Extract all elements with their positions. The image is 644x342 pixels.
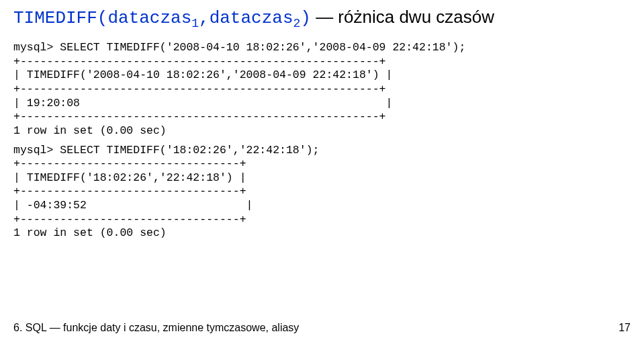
func-subscript-2: 2 xyxy=(293,17,301,30)
separator-line: +---------------------------------------… xyxy=(13,55,386,68)
func-subscript-1: 1 xyxy=(191,17,199,30)
result-value: | -04:39:52 | xyxy=(13,199,252,212)
query-line: mysql> SELECT TIMEDIFF('2008-04-10 18:02… xyxy=(13,41,465,54)
func-signature-suffix: ) xyxy=(300,8,311,28)
footer-text: 6. SQL — funkcje daty i czasu, zmienne t… xyxy=(13,322,299,333)
separator-line: +---------------------------------------… xyxy=(13,110,386,123)
func-description: — różnica dwu czasów xyxy=(311,7,494,27)
terminal-block-1: mysql> SELECT TIMEDIFF('2008-04-10 18:02… xyxy=(13,41,631,138)
page-footer: 6. SQL — funkcje daty i czasu, zmienne t… xyxy=(13,322,631,334)
terminal-block-2: mysql> SELECT TIMEDIFF('18:02:26','22:42… xyxy=(13,144,631,241)
func-signature-prefix: TIMEDIFF(dataczas xyxy=(13,8,191,28)
separator-line: +---------------------------------+ xyxy=(13,185,246,198)
query-line: mysql> SELECT TIMEDIFF('18:02:26','22:42… xyxy=(13,144,319,157)
result-summary: 1 row in set (0.00 sec) xyxy=(13,226,167,239)
result-value: | 19:20:08 | xyxy=(13,97,392,110)
section-heading: TIMEDIFF(dataczas1,dataczas2) — różnica … xyxy=(13,7,631,30)
separator-line: +---------------------------------------… xyxy=(13,83,386,95)
page-number: 17 xyxy=(618,322,631,334)
result-summary: 1 row in set (0.00 sec) xyxy=(13,124,167,137)
separator-line: +---------------------------------+ xyxy=(13,213,246,226)
result-header: | TIMEDIFF('2008-04-10 18:02:26','2008-0… xyxy=(13,69,392,81)
func-signature-mid: ,dataczas xyxy=(199,8,293,28)
result-header: | TIMEDIFF('18:02:26','22:42:18') | xyxy=(13,171,246,184)
separator-line: +---------------------------------+ xyxy=(13,157,246,170)
